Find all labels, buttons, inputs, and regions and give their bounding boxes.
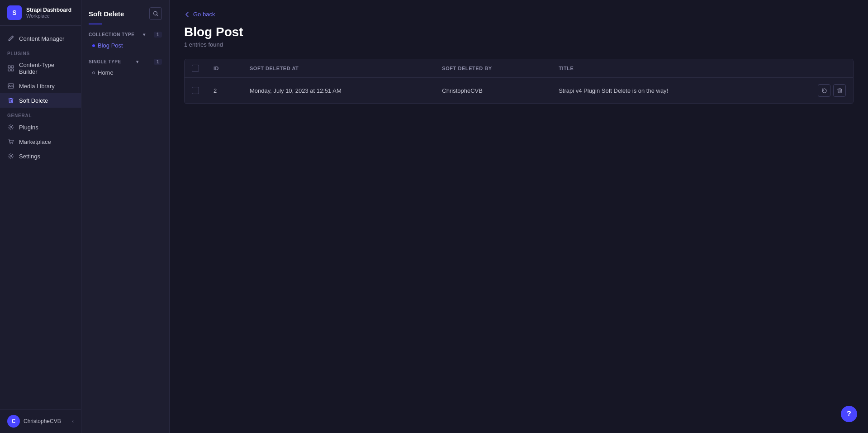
chevron-down-icon: ▾: [143, 32, 146, 37]
go-back-link[interactable]: Go back: [184, 11, 854, 18]
single-item-home[interactable]: Home: [85, 67, 166, 79]
collection-item-blog-post[interactable]: Blog Post: [85, 39, 166, 52]
row-checkbox[interactable]: [192, 87, 199, 94]
sidebar-item-label: Settings: [19, 153, 40, 160]
middle-header: Soft Delete: [81, 0, 169, 24]
page-subtitle: 1 entries found: [184, 41, 854, 48]
plugins-section-label: PLUGINS: [0, 46, 81, 58]
row-soft-deleted-at: Monday, July 10, 2023 at 12:51 AM: [242, 78, 435, 104]
restore-button[interactable]: [818, 84, 830, 97]
select-all-checkbox[interactable]: [192, 65, 199, 72]
single-type-header[interactable]: SINGLE TYPE ▾ 1: [85, 57, 166, 67]
settings-icon: [7, 152, 14, 160]
image-icon: [7, 82, 14, 90]
row-title: Strapi v4 Plugin Soft Delete is on the w…: [551, 78, 776, 104]
col-soft-deleted-by[interactable]: SOFT DELETED BY: [435, 59, 551, 78]
svg-point-9: [10, 155, 12, 157]
sidebar-item-label: Plugins: [19, 124, 38, 131]
row-id: 2: [206, 78, 242, 104]
active-dot-icon: [92, 44, 95, 47]
middle-panel: Soft Delete COLLECTION TYPE ▾ 1 Blog Pos…: [81, 0, 170, 433]
svg-point-7: [10, 143, 11, 144]
help-button[interactable]: ?: [841, 406, 857, 422]
main-content: Go back Blog Post 1 entries found ID SOF…: [170, 0, 868, 433]
brand-title: Strapi Dashboard: [26, 7, 71, 13]
trash-icon: [7, 97, 14, 104]
collection-type-section: COLLECTION TYPE ▾ 1 Blog Post: [81, 30, 169, 52]
svg-rect-0: [8, 66, 10, 68]
sidebar-item-soft-delete[interactable]: Soft Delete: [0, 93, 81, 108]
sidebar-nav: Content Manager PLUGINS Content-Type Bui…: [0, 26, 81, 409]
sidebar-item-label: Soft Delete: [19, 97, 48, 104]
col-checkbox: [185, 59, 206, 78]
sidebar: S Strapi Dashboard Workplace Content Man…: [0, 0, 81, 433]
svg-rect-3: [11, 69, 14, 71]
sidebar-brand-info: Strapi Dashboard Workplace: [26, 7, 71, 19]
search-icon: [153, 11, 159, 17]
general-section-label: GENERAL: [0, 108, 81, 120]
table-container: ID SOFT DELETED AT SOFT DELETED BY TITLE…: [184, 59, 854, 104]
sidebar-item-marketplace[interactable]: Marketplace: [0, 134, 81, 149]
page-title: Blog Post: [184, 25, 854, 39]
row-actions-cell: [776, 78, 853, 104]
sidebar-item-content-type-builder[interactable]: Content-Type Builder: [0, 58, 81, 79]
row-checkbox-cell: [185, 78, 206, 104]
sidebar-item-label: Media Library: [19, 83, 55, 90]
delete-button[interactable]: [833, 84, 846, 97]
svg-rect-2: [8, 69, 10, 71]
sidebar-item-label: Content Manager: [19, 35, 64, 42]
collapse-sidebar-button[interactable]: ‹: [72, 418, 74, 424]
collection-type-header[interactable]: COLLECTION TYPE ▾ 1: [85, 30, 166, 39]
sidebar-footer: C ChristopheCVB ‹: [0, 409, 81, 433]
chevron-down-icon: ▾: [136, 59, 139, 64]
collection-type-badge: 1: [154, 32, 162, 38]
svg-rect-1: [11, 66, 14, 68]
sidebar-item-media-library[interactable]: Media Library: [0, 79, 81, 93]
single-type-section: SINGLE TYPE ▾ 1 Home: [81, 57, 169, 79]
search-button[interactable]: [149, 7, 162, 20]
gear-icon: [7, 124, 14, 131]
restore-icon: [821, 88, 827, 94]
col-id[interactable]: ID: [206, 59, 242, 78]
sidebar-header: S Strapi Dashboard Workplace: [0, 0, 81, 26]
row-actions: [783, 84, 846, 97]
svg-point-8: [12, 143, 13, 144]
sidebar-item-plugins[interactable]: Plugins: [0, 120, 81, 134]
entries-table: ID SOFT DELETED AT SOFT DELETED BY TITLE…: [185, 59, 853, 104]
user-info[interactable]: C ChristopheCVB: [7, 415, 61, 428]
col-soft-deleted-at[interactable]: SOFT DELETED AT: [242, 59, 435, 78]
delete-icon: [837, 88, 843, 94]
brand-subtitle: Workplace: [26, 13, 71, 19]
avatar: C: [7, 415, 20, 428]
sidebar-item-settings[interactable]: Settings: [0, 149, 81, 163]
sidebar-logo: S: [7, 5, 22, 20]
edit-icon: [7, 35, 14, 42]
single-type-badge: 1: [154, 59, 162, 65]
svg-point-6: [10, 126, 12, 128]
sidebar-item-content-manager[interactable]: Content Manager: [0, 31, 81, 46]
middle-title: Soft Delete: [89, 10, 124, 18]
inactive-dot-icon: [92, 71, 95, 74]
col-actions: [776, 59, 853, 78]
sidebar-item-label: Content-Type Builder: [19, 62, 74, 75]
arrow-left-icon: [184, 11, 190, 18]
row-soft-deleted-by: ChristopheCVB: [435, 78, 551, 104]
middle-divider: [89, 24, 102, 24]
puzzle-icon: [7, 65, 14, 72]
table-header-row: ID SOFT DELETED AT SOFT DELETED BY TITLE: [185, 59, 853, 78]
sidebar-item-label: Marketplace: [19, 138, 51, 145]
col-title[interactable]: TITLE: [551, 59, 776, 78]
user-name: ChristopheCVB: [24, 418, 61, 424]
table-row: 2 Monday, July 10, 2023 at 12:51 AM Chri…: [185, 78, 853, 104]
cart-icon: [7, 138, 14, 145]
